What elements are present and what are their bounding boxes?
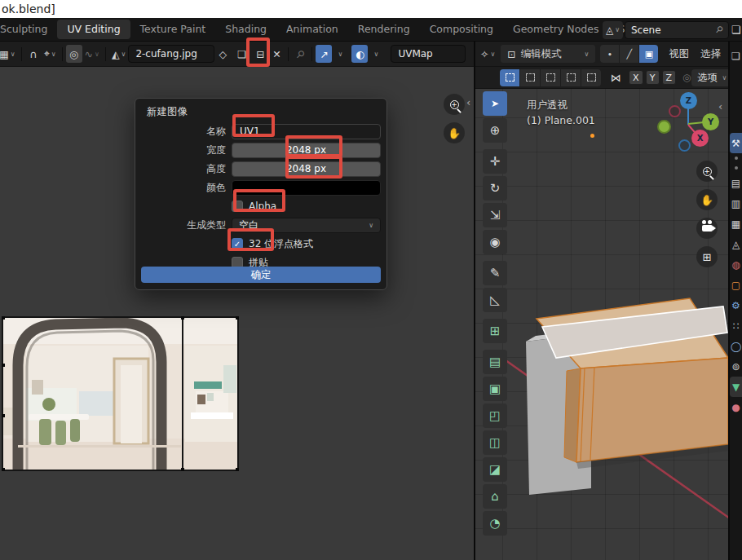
tab-sculpting[interactable]: Sculpting — [0, 20, 57, 39]
open-image-button[interactable]: ⊟ — [252, 45, 268, 63]
uvmap-field[interactable]: UVMap — [391, 45, 466, 63]
tab-modifiers[interactable]: ⚙ — [730, 295, 742, 315]
snap-target-menu[interactable]: ⌖ ∨ — [42, 45, 59, 63]
axis-neg-y-ball[interactable] — [657, 120, 671, 134]
tab-texture-paint[interactable]: Texture Paint — [130, 20, 216, 39]
uv-sync-menu[interactable]: ∨ — [332, 45, 348, 63]
tab-output[interactable]: ▥ — [730, 193, 742, 214]
pin-button[interactable]: ⚲ — [292, 45, 308, 63]
tab-tool[interactable]: ⚒ — [730, 133, 742, 153]
axis-neg-z-ball[interactable] — [678, 139, 691, 152]
mirror-z-button[interactable]: Z — [662, 70, 677, 85]
tab-scene[interactable]: ◬ — [730, 234, 742, 254]
fake-user-button[interactable]: ◇ — [214, 45, 231, 63]
move-tool[interactable]: ✛ — [483, 149, 507, 174]
mirror-x-button[interactable]: X — [629, 70, 643, 85]
select-invert-button[interactable] — [561, 69, 581, 86]
tab-geometry-nodes[interactable]: Geometry Nodes — [503, 20, 608, 39]
region-collapse-icon[interactable]: ‹ — [466, 96, 470, 108]
add-cube-tool[interactable]: ⊞ — [483, 319, 507, 343]
uv-editor-canvas[interactable]: 新建图像 名称UV1宽度2048 px高度2048 px颜色Alpha生成类型空… — [0, 67, 474, 560]
snap-toggle-button[interactable]: ∩ — [25, 45, 42, 63]
loop-cut-tool[interactable]: ◫ — [483, 430, 507, 455]
inset-faces-tool[interactable]: ▣ — [483, 377, 507, 401]
select-intersect-button[interactable] — [581, 69, 601, 86]
float32-checkbox[interactable]: ✓ — [232, 238, 243, 249]
axis-neg-x-ball[interactable] — [669, 105, 681, 117]
menu-选择[interactable]: 选择 — [695, 47, 727, 61]
tab-constraints[interactable]: ⊚ — [730, 356, 742, 377]
pan-button[interactable]: ✋ — [444, 122, 465, 143]
image-color-swatch[interactable] — [232, 180, 381, 196]
new-scene-button[interactable]: ❏ — [730, 20, 742, 38]
uv-sync-select-button[interactable]: ↗ — [316, 45, 332, 63]
options-dropdown[interactable]: 选项 ∨ — [691, 69, 728, 86]
navigation-gizmo[interactable]: Z Y X — [656, 92, 719, 156]
tab-material[interactable]: ● — [730, 397, 742, 417]
uv-image-2-cufang[interactable] — [2, 316, 239, 471]
proportional-icon[interactable]: ◎ — [682, 72, 691, 83]
editor-divider — [728, 42, 730, 560]
alpha-checkbox[interactable] — [232, 201, 243, 212]
mirror-y-button[interactable]: Y — [646, 70, 660, 85]
menu-视图[interactable]: 视图 — [663, 47, 695, 61]
bevel-tool[interactable]: ◰ — [483, 403, 507, 428]
axis-y-ball[interactable]: Y — [702, 113, 719, 130]
display-channels-button[interactable]: ◐ — [351, 45, 368, 63]
image-name-field[interactable]: UV1 — [232, 124, 381, 139]
select-extend-button[interactable] — [520, 69, 540, 86]
face-select-mode[interactable]: ▣ — [639, 45, 658, 63]
axis-z-ball[interactable]: Z — [680, 92, 697, 109]
spin-tool[interactable]: ◔ — [483, 511, 507, 536]
tab-world[interactable]: ◍ — [730, 254, 742, 275]
knife-tool[interactable]: ◪ — [483, 457, 507, 482]
axis-x-ball[interactable]: X — [691, 130, 709, 147]
extrude-region-tool[interactable]: ▤ — [483, 350, 507, 374]
mode-dropdown[interactable]: ⊡ 编辑模式 ∨ — [501, 45, 595, 63]
ok-button[interactable]: 确定 — [141, 267, 381, 283]
annotate-tool[interactable]: ✎ — [483, 261, 507, 285]
new-image-button[interactable]: ❏ — [231, 45, 252, 63]
tab-object[interactable]: ▢ — [730, 275, 742, 295]
tab-rendering[interactable]: Rendering — [348, 20, 420, 39]
pin-icon[interactable]: ⚲ — [713, 24, 726, 36]
display-channels-menu[interactable]: ∨ — [368, 45, 384, 63]
unlink-image-button[interactable]: ✕ — [268, 45, 285, 63]
tab-render[interactable]: ▤ — [730, 173, 742, 193]
select-box-tool[interactable]: ➤ — [483, 91, 507, 116]
vertex-select-mode[interactable]: ∙ — [600, 45, 619, 63]
scene-name-field[interactable]: Scene ⚲ — [625, 21, 729, 39]
generated-type-dropdown[interactable]: 空白∨ — [232, 218, 381, 233]
tab-view-layer[interactable]: ▦ — [730, 214, 742, 234]
image-width-slider[interactable]: 2048 px — [232, 143, 381, 158]
tab-uv-editing[interactable]: UV Editing — [57, 20, 130, 39]
proportional-editing-button[interactable]: ◎ — [66, 45, 82, 63]
scale-tool[interactable]: ⇲ — [483, 203, 507, 227]
editor-type-button[interactable]: ▦ ∨ — [0, 45, 18, 63]
tab-particles[interactable]: ∷ — [730, 315, 742, 336]
tab-object-data[interactable]: ▼ — [730, 377, 742, 397]
proportional-icon: ◎ — [69, 48, 78, 60]
transform-tool[interactable]: ◉ — [483, 230, 507, 254]
editor-type-button[interactable]: ✧ ∨ — [478, 45, 497, 63]
zoom-button[interactable]: + — [444, 94, 465, 115]
select-subtract-button[interactable] — [541, 69, 560, 86]
poly-build-tool[interactable]: ⌂ — [483, 484, 507, 509]
scene-browse-button[interactable]: ◬ ∨ — [603, 21, 623, 39]
edge-select-mode[interactable]: ╱ — [620, 45, 638, 63]
falloff-menu[interactable]: ∿ ∨ — [82, 45, 102, 63]
tab-animation[interactable]: Animation — [276, 20, 348, 39]
rotate-tool[interactable]: ↻ — [483, 176, 507, 201]
separator — [288, 47, 289, 61]
tab-physics[interactable]: ◯ — [730, 336, 742, 356]
tab-shading[interactable]: Shading — [215, 20, 276, 39]
viewport-canvas[interactable]: ➤⊕✛↻⇲◉✎◺⊞▤▣◰◫◪⌂◔ 用户透视 (1) Plane.001 Z Y … — [475, 89, 728, 560]
tab-compositing[interactable]: Compositing — [420, 20, 503, 39]
image-name-field[interactable]: 2-cufang.jpg — [128, 45, 214, 63]
cursor-tool[interactable]: ⊕ — [483, 118, 507, 143]
image-browse-button[interactable]: ◭ ∨ — [109, 45, 128, 63]
image-height-slider[interactable]: 2048 px — [232, 161, 381, 177]
select-set-button[interactable] — [500, 69, 519, 86]
mirror-icon[interactable]: ⋈ — [611, 72, 621, 84]
measure-tool[interactable]: ◺ — [483, 288, 507, 312]
